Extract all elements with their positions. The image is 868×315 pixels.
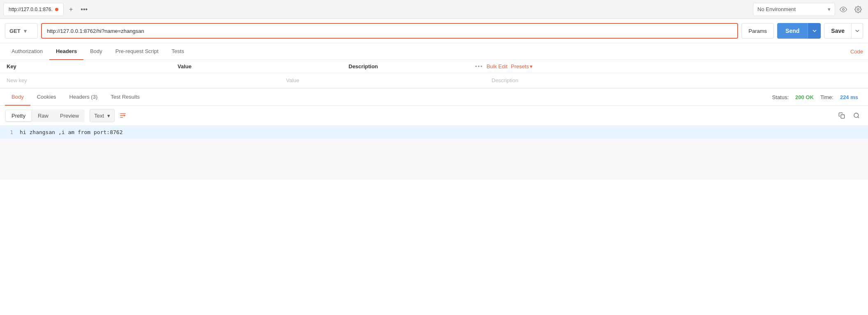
wrap-button[interactable] (116, 109, 129, 122)
line-number-1: 1 (0, 129, 20, 135)
resp-tab-headers[interactable]: Headers (3) (63, 89, 104, 106)
tab-bar: http://127.0.0.1:876. + ••• No Environme… (0, 0, 868, 19)
environment-selector[interactable]: No Environment ▾ (753, 3, 835, 16)
method-dropdown-icon: ▾ (24, 28, 27, 34)
pretty-view-button[interactable]: Pretty (6, 110, 31, 121)
time-label: Time: (820, 94, 833, 100)
raw-view-button[interactable]: Raw (32, 109, 54, 122)
resp-tab-body[interactable]: Body (5, 89, 30, 106)
col-key-header: Key (7, 63, 89, 69)
response-section: Body Cookies Headers (3) Test Results St… (0, 88, 868, 180)
tab-tests[interactable]: Tests (165, 43, 191, 60)
more-options-button[interactable]: ••• (475, 63, 483, 69)
headers-section: Key Value Description ••• Bulk Edit Pres… (0, 60, 868, 88)
url-input-container (41, 23, 738, 39)
svg-point-0 (843, 8, 845, 10)
new-value-placeholder: Value (286, 77, 450, 83)
headers-actions: ••• Bulk Edit Presets ▾ (475, 63, 533, 69)
line-content-1: hi zhangsan ,i am from port:8762 (20, 129, 122, 135)
resp-tab-cookies[interactable]: Cookies (30, 89, 63, 106)
response-body-empty (0, 139, 868, 180)
method-selector[interactable]: GET ▾ (5, 23, 38, 39)
response-body-toolbar: Pretty Raw Preview Text ▾ (0, 106, 868, 126)
bulk-edit-button[interactable]: Bulk Edit (487, 63, 508, 69)
send-button-group: Send (777, 23, 821, 39)
tab-pre-request-script[interactable]: Pre-request Script (109, 43, 165, 60)
tab-body[interactable]: Body (83, 43, 109, 60)
col-description-header: Description (349, 63, 472, 69)
header-new-row: New key Value Description (0, 73, 868, 88)
new-key-placeholder: New key (7, 77, 204, 83)
send-dropdown-button[interactable] (808, 23, 821, 39)
svg-point-6 (854, 113, 859, 118)
tab-url-label: http://127.0.0.1:876. (9, 7, 53, 12)
copy-button[interactable] (835, 109, 848, 122)
save-button-group: Save (824, 23, 863, 39)
active-tab[interactable]: http://127.0.0.1:876. (3, 3, 64, 16)
params-button[interactable]: Params (741, 23, 774, 39)
svg-rect-5 (841, 115, 845, 118)
format-dropdown-icon: ▾ (107, 113, 110, 119)
url-input[interactable] (41, 23, 738, 39)
tab-authorization[interactable]: Authorization (5, 43, 49, 60)
preview-view-button[interactable]: Preview (54, 109, 85, 122)
search-button[interactable] (850, 109, 863, 122)
response-body: 1 hi zhangsan ,i am from port:8762 (0, 126, 868, 180)
send-button[interactable]: Send (777, 23, 808, 39)
svg-point-1 (857, 8, 859, 10)
view-group: Pretty Raw Preview (5, 109, 85, 122)
new-tab-button[interactable]: + (65, 4, 77, 15)
status-value: 200 OK (795, 94, 814, 100)
format-selector[interactable]: Text ▾ (90, 109, 115, 122)
eye-icon-button[interactable] (837, 3, 850, 16)
save-dropdown-button[interactable] (852, 23, 863, 39)
col-value-header: Value (178, 63, 301, 69)
settings-icon-button[interactable] (852, 3, 865, 16)
save-button[interactable]: Save (824, 23, 852, 39)
env-dropdown-icon: ▾ (828, 6, 831, 12)
svg-line-7 (858, 117, 859, 118)
new-desc-placeholder: Description (492, 77, 518, 83)
response-line-1: 1 hi zhangsan ,i am from port:8762 (0, 126, 868, 139)
more-tabs-button[interactable]: ••• (78, 4, 90, 15)
status-label: Status: (772, 94, 789, 100)
request-bar: GET ▾ Params Send Save (0, 19, 868, 43)
time-value: 224 ms (840, 94, 858, 100)
format-label: Text (94, 113, 104, 119)
method-label: GET (9, 28, 21, 34)
presets-dropdown-icon: ▾ (530, 63, 533, 69)
resp-tab-test-results[interactable]: Test Results (104, 89, 146, 106)
headers-toolbar: Key Value Description ••• Bulk Edit Pres… (0, 60, 868, 73)
status-info: Status: 200 OK Time: 224 ms (767, 94, 863, 100)
tab-dot (55, 8, 58, 11)
request-tabs: Authorization Headers Body Pre-request S… (0, 43, 868, 60)
tab-headers[interactable]: Headers (49, 43, 83, 60)
response-tabs-bar: Body Cookies Headers (3) Test Results St… (0, 89, 868, 106)
code-link[interactable]: Code (850, 44, 863, 60)
presets-button[interactable]: Presets ▾ (511, 63, 533, 69)
env-label: No Environment (757, 6, 826, 12)
